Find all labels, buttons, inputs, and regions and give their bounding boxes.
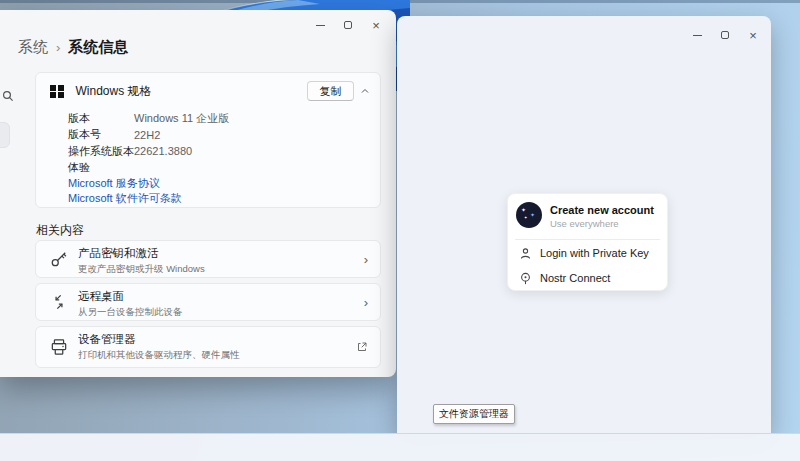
taskbar: 搜索 — [0, 433, 800, 461]
chevron-right-icon: › — [364, 296, 368, 309]
copy-button[interactable]: 复制 — [307, 81, 354, 101]
file-explorer-tooltip: 文件资源管理器 — [433, 404, 515, 424]
services-agreement-link[interactable]: Microsoft 服务协议 — [68, 176, 182, 191]
create-account-title: Create new account — [550, 204, 654, 216]
spec-row-experience: 体验 — [68, 160, 229, 177]
spec-card-title: Windows 规格 — [76, 83, 152, 100]
maximize-icon — [344, 21, 352, 29]
login-private-key-item[interactable]: Login with Private Key — [508, 242, 667, 267]
account-menu-card: ✦ ✦ ✦ Create new account Use everywhere … — [507, 193, 668, 291]
breadcrumb: 系统 › 系统信息 — [18, 38, 128, 57]
related-item-device-manager[interactable]: 设备管理器 打印机和其他设备驱动程序、硬件属性 — [35, 326, 381, 368]
close-button[interactable]: × — [739, 25, 767, 45]
open-external-icon — [356, 341, 368, 353]
related-item-title: 设备管理器 — [78, 332, 240, 347]
spec-row-version: 版本 Windows 11 企业版 — [68, 110, 229, 127]
close-button[interactable]: × — [362, 15, 390, 35]
option-label: Login with Private Key — [540, 247, 649, 259]
row-value: 22621.3880 — [134, 145, 192, 157]
minimize-button[interactable] — [306, 15, 334, 35]
remote-desktop-icon — [49, 292, 69, 312]
device-manager-icon — [49, 337, 69, 357]
close-icon: × — [749, 29, 757, 42]
row-label: 版本 — [68, 111, 134, 126]
minimize-icon — [316, 25, 325, 26]
related-item-text: 产品密钥和激活 更改产品密钥或升级 Windows — [78, 246, 205, 276]
maximize-button[interactable] — [711, 25, 739, 45]
desktop: × 系统 › 系统信息 Windows 规格 复制 版本 W — [0, 0, 800, 461]
account-avatar: ✦ ✦ ✦ — [516, 202, 542, 228]
connect-icon — [518, 271, 534, 287]
related-item-text: 远程桌面 从另一台设备控制此设备 — [78, 289, 183, 319]
chevron-right-icon: › — [364, 253, 368, 266]
row-label: 体验 — [68, 160, 134, 175]
close-icon: × — [372, 19, 380, 32]
sparkle-icon: ✦ — [530, 211, 535, 218]
chevron-up-icon — [359, 85, 371, 97]
settings-titlebar-controls: × — [306, 15, 390, 35]
related-item-subtitle: 从另一台设备控制此设备 — [78, 306, 183, 319]
nav-selected-item-fragment[interactable] — [0, 122, 10, 148]
nostr-connect-item[interactable]: Nostr Connect — [508, 267, 667, 292]
row-value: Windows 11 企业版 — [134, 111, 229, 126]
related-item-text: 设备管理器 打印机和其他设备驱动程序、硬件属性 — [78, 332, 240, 362]
nostr-titlebar-controls: × — [683, 25, 767, 45]
related-section-heading: 相关内容 — [36, 222, 84, 239]
spec-row-os-build: 操作系统版本 22621.3880 — [68, 143, 229, 160]
sparkle-icon: ✦ — [524, 215, 527, 220]
nostr-app-window: × ✦ ✦ ✦ Create new account Use everywher… — [397, 16, 771, 433]
windows-logo-icon — [50, 85, 64, 99]
breadcrumb-separator-icon: › — [56, 40, 60, 55]
spec-card-header: Windows 规格 — [50, 83, 152, 100]
related-item-remote-desktop[interactable]: 远程桌面 从另一台设备控制此设备 › — [35, 283, 381, 321]
minimize-icon — [693, 35, 702, 36]
breadcrumb-parent[interactable]: 系统 — [18, 38, 48, 57]
row-label: 操作系统版本 — [68, 144, 134, 159]
option-label: Nostr Connect — [540, 272, 610, 284]
related-item-subtitle: 更改产品密钥或升级 Windows — [78, 263, 205, 276]
key-icon — [49, 249, 69, 269]
windows-spec-card: Windows 规格 复制 版本 Windows 11 企业版 版本号 22H2… — [35, 72, 381, 208]
create-account-subtitle: Use everywhere — [550, 218, 619, 229]
nav-search-icon[interactable] — [2, 90, 14, 102]
spec-rows: 版本 Windows 11 企业版 版本号 22H2 操作系统版本 22621.… — [68, 110, 229, 176]
row-label: 版本号 — [68, 127, 134, 142]
create-account-item[interactable]: ✦ ✦ ✦ Create new account Use everywhere — [516, 202, 659, 232]
spec-row-version-number: 版本号 22H2 — [68, 127, 229, 144]
sparkle-icon: ✦ — [521, 206, 526, 213]
page-title: 系统信息 — [68, 38, 128, 57]
menu-divider — [515, 239, 660, 240]
related-item-title: 远程桌面 — [78, 289, 183, 304]
related-item-title: 产品密钥和激活 — [78, 246, 205, 261]
row-value: 22H2 — [134, 129, 160, 141]
related-item-subtitle: 打印机和其他设备驱动程序、硬件属性 — [78, 349, 240, 362]
minimize-button[interactable] — [683, 25, 711, 45]
license-terms-link[interactable]: Microsoft 软件许可条款 — [68, 191, 182, 206]
spec-links: Microsoft 服务协议 Microsoft 软件许可条款 — [68, 176, 182, 206]
maximize-button[interactable] — [334, 15, 362, 35]
person-icon — [518, 246, 534, 262]
related-item-activation[interactable]: 产品密钥和激活 更改产品密钥或升级 Windows › — [35, 240, 381, 278]
settings-window: × 系统 › 系统信息 Windows 规格 复制 版本 W — [0, 10, 396, 377]
collapse-button[interactable] — [356, 83, 374, 99]
maximize-icon — [721, 31, 729, 39]
